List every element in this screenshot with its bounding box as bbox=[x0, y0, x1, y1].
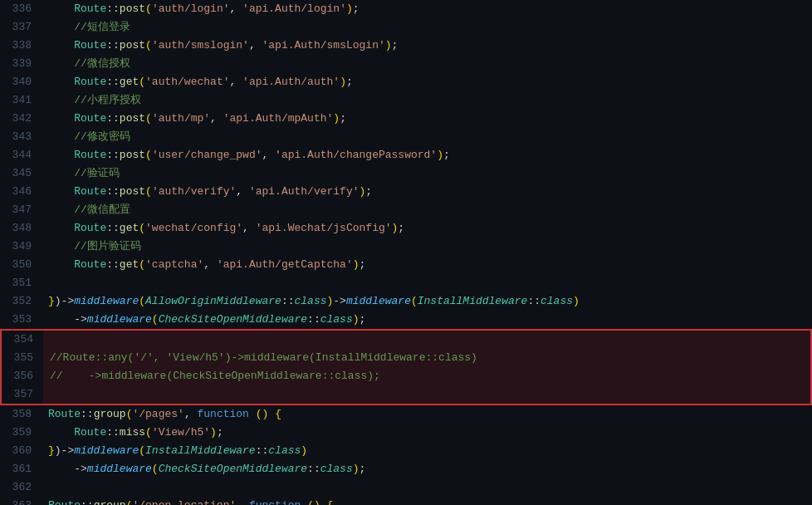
line-number: 346 bbox=[0, 183, 42, 201]
line-number: 337 bbox=[0, 18, 42, 37]
line-number: 344 bbox=[0, 146, 42, 164]
code-editor: 336 Route::post('auth/login', 'api.Auth/… bbox=[0, 0, 812, 505]
line-number: 349 bbox=[0, 238, 42, 256]
code-line: 357 bbox=[0, 385, 812, 405]
line-number: 339 bbox=[0, 55, 42, 73]
code-line: 354 bbox=[0, 329, 812, 349]
line-number: 362 bbox=[0, 478, 42, 497]
line-number: 343 bbox=[0, 128, 42, 146]
line-content: //修改密码 bbox=[42, 128, 812, 146]
line-number: 342 bbox=[0, 110, 42, 128]
code-line: 340 Route::get('auth/wechat', 'api.Auth/… bbox=[0, 73, 812, 91]
line-content bbox=[43, 385, 810, 404]
line-content: })->middleware(InstallMiddleware::class) bbox=[42, 442, 812, 460]
code-line: 359 Route::miss('View/h5'); bbox=[0, 424, 812, 442]
line-content: Route::post('auth/verify', 'api.Auth/ver… bbox=[42, 183, 812, 201]
code-line: 343 //修改密码 bbox=[0, 128, 812, 146]
line-content: Route::group('/open-location', function … bbox=[42, 497, 812, 505]
code-line: 341 //小程序授权 bbox=[0, 91, 812, 110]
line-number: 341 bbox=[0, 91, 42, 110]
line-content: //验证码 bbox=[42, 164, 812, 183]
line-number: 350 bbox=[0, 256, 42, 274]
line-content: Route::post('auth/login', 'api.Auth/logi… bbox=[42, 0, 812, 18]
line-content bbox=[42, 478, 812, 497]
line-content: //小程序授权 bbox=[42, 91, 812, 110]
line-number: 359 bbox=[0, 424, 42, 442]
line-number: 347 bbox=[0, 201, 42, 219]
line-number: 360 bbox=[0, 442, 42, 460]
line-content bbox=[42, 274, 812, 292]
code-line: 337 //短信登录 bbox=[0, 18, 812, 37]
line-number: 338 bbox=[0, 37, 42, 55]
line-number: 351 bbox=[0, 274, 42, 292]
line-number: 355 bbox=[2, 349, 43, 367]
line-content: })->middleware(AllowOriginMiddleware::cl… bbox=[42, 292, 812, 311]
line-number: 340 bbox=[0, 73, 42, 91]
code-lines: 336 Route::post('auth/login', 'api.Auth/… bbox=[0, 0, 812, 505]
code-line: 362 bbox=[0, 478, 812, 497]
line-content: Route::get('captcha', 'api.Auth/getCaptc… bbox=[42, 256, 812, 274]
code-line: 361 ->middleware(CheckSiteOpenMiddleware… bbox=[0, 460, 812, 478]
code-line: 345 //验证码 bbox=[0, 164, 812, 183]
line-number: 353 bbox=[0, 311, 42, 329]
line-content: ->middleware(CheckSiteOpenMiddleware::cl… bbox=[42, 311, 812, 329]
line-content: Route::post('user/change_pwd', 'api.Auth… bbox=[42, 146, 812, 164]
line-number: 357 bbox=[2, 385, 43, 404]
line-content: //图片验证码 bbox=[42, 238, 812, 256]
code-line: 346 Route::post('auth/verify', 'api.Auth… bbox=[0, 183, 812, 201]
line-content: //微信配置 bbox=[42, 201, 812, 219]
line-content: //短信登录 bbox=[42, 18, 812, 37]
line-content: ->middleware(CheckSiteOpenMiddleware::cl… bbox=[42, 460, 812, 478]
line-content: Route::post('auth/mp', 'api.Auth/mpAuth'… bbox=[42, 110, 812, 128]
line-content: // ->middleware(CheckSiteOpenMiddleware:… bbox=[43, 367, 810, 385]
code-line: 355//Route::any('/', 'View/h5')->middlew… bbox=[0, 349, 812, 367]
line-content: Route::miss('View/h5'); bbox=[42, 424, 812, 442]
line-content: Route::get('wechat/config', 'api.Wechat/… bbox=[42, 219, 812, 238]
line-content bbox=[43, 331, 810, 349]
line-number: 336 bbox=[0, 0, 42, 18]
code-line: 353 ->middleware(CheckSiteOpenMiddleware… bbox=[0, 311, 812, 329]
line-number: 356 bbox=[2, 367, 43, 385]
code-line: 349 //图片验证码 bbox=[0, 238, 812, 256]
code-line: 339 //微信授权 bbox=[0, 55, 812, 73]
code-line: 363Route::group('/open-location', functi… bbox=[0, 497, 812, 505]
code-line: 351 bbox=[0, 274, 812, 292]
line-content: Route::group('/pages', function () { bbox=[42, 405, 812, 424]
code-line: 352})->middleware(AllowOriginMiddleware:… bbox=[0, 292, 812, 311]
line-number: 345 bbox=[0, 164, 42, 183]
line-content: Route::post('auth/smslogin', 'api.Auth/s… bbox=[42, 37, 812, 55]
line-content: Route::get('auth/wechat', 'api.Auth/auth… bbox=[42, 73, 812, 91]
line-content: //Route::any('/', 'View/h5')->middleware… bbox=[43, 349, 810, 367]
line-number: 348 bbox=[0, 219, 42, 238]
code-line: 356// ->middleware(CheckSiteOpenMiddlewa… bbox=[0, 367, 812, 385]
line-number: 358 bbox=[0, 405, 42, 424]
code-line: 336 Route::post('auth/login', 'api.Auth/… bbox=[0, 0, 812, 18]
code-line: 348 Route::get('wechat/config', 'api.Wec… bbox=[0, 219, 812, 238]
line-number: 354 bbox=[2, 331, 43, 349]
code-line: 338 Route::post('auth/smslogin', 'api.Au… bbox=[0, 37, 812, 55]
line-number: 352 bbox=[0, 292, 42, 311]
code-line: 342 Route::post('auth/mp', 'api.Auth/mpA… bbox=[0, 110, 812, 128]
code-line: 347 //微信配置 bbox=[0, 201, 812, 219]
line-number: 363 bbox=[0, 497, 42, 505]
code-line: 360})->middleware(InstallMiddleware::cla… bbox=[0, 442, 812, 460]
line-content: //微信授权 bbox=[42, 55, 812, 73]
code-line: 358Route::group('/pages', function () { bbox=[0, 405, 812, 424]
code-line: 350 Route::get('captcha', 'api.Auth/getC… bbox=[0, 256, 812, 274]
code-line: 344 Route::post('user/change_pwd', 'api.… bbox=[0, 146, 812, 164]
line-number: 361 bbox=[0, 460, 42, 478]
